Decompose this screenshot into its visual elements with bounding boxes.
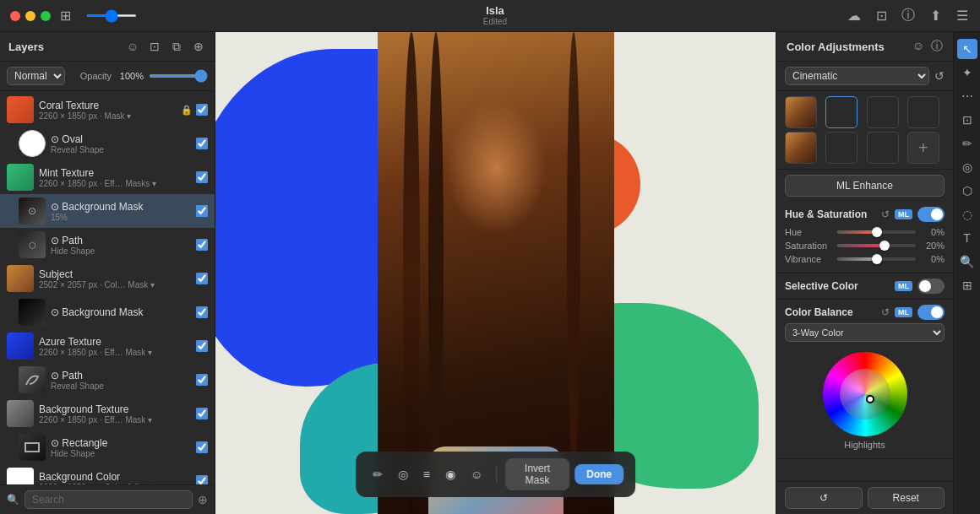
hue-sat-toggle[interactable] bbox=[917, 207, 945, 222]
panel-icon[interactable]: ☰ bbox=[955, 8, 970, 24]
emoji-tool-btn[interactable]: ☺ bbox=[466, 464, 487, 484]
share-icon[interactable]: ☁ bbox=[847, 8, 862, 24]
grid-icon[interactable]: ⊡ bbox=[147, 39, 162, 54]
colorbal-mode-select[interactable]: 3-Way Color bbox=[785, 323, 945, 342]
opacity-slider[interactable] bbox=[149, 74, 208, 78]
layer-controls: Normal Opacity 100% bbox=[0, 62, 215, 91]
visibility-bgmask1[interactable] bbox=[196, 205, 208, 217]
crop-icon[interactable]: ⊡ bbox=[874, 8, 889, 24]
preset-thumb-4[interactable] bbox=[907, 96, 939, 128]
colorbal-toggle[interactable] bbox=[917, 305, 945, 320]
layer-bg-texture[interactable]: Background Texture 2260 × 1850 px · Eff…… bbox=[0, 397, 215, 430]
vib-slider-thumb[interactable] bbox=[872, 254, 882, 264]
visibility-path2[interactable] bbox=[196, 374, 208, 386]
visibility-mint[interactable] bbox=[196, 171, 208, 183]
canvas-area: ✏ ◎ ≡ ◉ ☺ Invert Mask Done bbox=[215, 32, 776, 514]
preset-thumb-5[interactable] bbox=[785, 132, 817, 164]
brush-tool-btn[interactable]: ≡ bbox=[418, 464, 435, 484]
info-icon[interactable]: ⓘ bbox=[901, 8, 916, 24]
color-wheel-dot[interactable] bbox=[866, 395, 874, 403]
vib-slider-track[interactable] bbox=[837, 257, 916, 261]
clone-tool-btn[interactable]: ⬡ bbox=[957, 181, 977, 201]
visibility-bgtex[interactable] bbox=[196, 408, 208, 419]
layer-subject[interactable]: Subject 2502 × 2057 px · Col… Mask ▾ bbox=[0, 262, 215, 295]
maximize-button[interactable] bbox=[41, 11, 51, 21]
visibility-rect[interactable] bbox=[196, 441, 208, 453]
layer-background-mask-2[interactable]: ⊙ Background Mask bbox=[0, 295, 215, 329]
visibility-oval[interactable] bbox=[196, 138, 208, 149]
layers-icon[interactable]: ⧉ bbox=[169, 39, 184, 54]
close-button[interactable] bbox=[10, 11, 20, 21]
hue-slider-thumb[interactable] bbox=[872, 227, 882, 237]
search-input[interactable] bbox=[24, 490, 193, 509]
sidebar-toggle-icon[interactable]: ⊞ bbox=[57, 8, 73, 24]
visibility-subject[interactable] bbox=[196, 273, 208, 284]
add-search-icon[interactable]: ⊕ bbox=[198, 493, 208, 506]
layer-bg-color[interactable]: Background Color 2260 × 1850 px · Color … bbox=[0, 464, 215, 484]
crop-tool-btn[interactable]: ⊡ bbox=[957, 110, 977, 130]
sat-slider-track[interactable] bbox=[837, 244, 916, 247]
layers-header: Layers ☺ ⊡ ⧉ ⊕ bbox=[0, 32, 215, 62]
select-tool-btn[interactable]: ↖ bbox=[957, 39, 977, 59]
done-button[interactable]: Done bbox=[574, 464, 623, 484]
layer-icons-oval bbox=[196, 138, 208, 149]
preset-thumb-3[interactable] bbox=[867, 96, 899, 128]
preset-thumb-1[interactable] bbox=[785, 96, 817, 128]
hue-slider-track[interactable] bbox=[837, 230, 916, 234]
ellipsis-tool-btn[interactable]: ⋯ bbox=[957, 86, 977, 106]
add-preset-button[interactable]: + bbox=[907, 132, 939, 164]
blend-mode-select[interactable]: Normal bbox=[7, 67, 65, 85]
stamp-tool-btn[interactable]: ◉ bbox=[440, 464, 460, 484]
color-adjustments-panel: Color Adjustments ☺ ⓘ Cinematic ↺ + ML E bbox=[776, 32, 953, 514]
layer-path-1[interactable]: ⬡ ⊙ Path Hide Shape bbox=[0, 228, 215, 262]
colorbal-ml-badge: ML bbox=[895, 307, 912, 317]
export-icon[interactable]: ⬆ bbox=[928, 8, 943, 24]
smiley-panel-icon[interactable]: ☺ bbox=[912, 39, 924, 54]
layer-oval[interactable]: ⊙ Oval Reveal Shape bbox=[0, 127, 215, 160]
visibility-bgmask2[interactable] bbox=[196, 306, 208, 318]
visibility-coral[interactable] bbox=[196, 104, 208, 116]
text-tool-btn[interactable]: T bbox=[957, 228, 977, 248]
sat-slider-thumb[interactable] bbox=[879, 241, 890, 251]
transform-tool-btn[interactable]: ⊞ bbox=[957, 275, 977, 295]
hue-sat-reset-icon[interactable]: ↺ bbox=[881, 208, 890, 220]
heal-tool-btn[interactable]: ◎ bbox=[957, 157, 977, 177]
colorbal-reset-icon[interactable]: ↺ bbox=[881, 306, 890, 318]
layer-icons-bgtex bbox=[196, 408, 208, 419]
color-wheel[interactable] bbox=[823, 352, 907, 436]
layer-rectangle[interactable]: ⊙ Rectangle Hide Shape bbox=[0, 430, 215, 464]
layer-azure-texture[interactable]: Azure Texture 2260 × 1850 px · Eff… Mask… bbox=[0, 329, 215, 363]
visibility-azure[interactable] bbox=[196, 340, 208, 352]
brush-right-tool-btn[interactable]: ✏ bbox=[957, 133, 977, 154]
magic-wand-tool-btn[interactable]: ✦ bbox=[957, 62, 977, 83]
minimize-button[interactable] bbox=[25, 11, 35, 21]
layer-coral-texture[interactable]: Coral Texture 2260 × 1850 px · Mask ▾ 🔒 bbox=[0, 93, 215, 127]
smiley-icon[interactable]: ☺ bbox=[125, 39, 140, 54]
color-adj-reset-icon-btn[interactable]: ↺ bbox=[785, 487, 863, 509]
color-adj-reset-button[interactable]: Reset bbox=[868, 487, 945, 509]
info-panel-icon[interactable]: ⓘ bbox=[931, 39, 943, 54]
sat-value: 20% bbox=[921, 241, 945, 251]
pencil-tool-btn[interactable]: ✏ bbox=[368, 464, 388, 484]
invert-mask-button[interactable]: Invert Mask bbox=[505, 458, 569, 490]
layer-background-mask-1[interactable]: ⊙ ⊙ Background Mask 15% bbox=[0, 194, 215, 228]
visibility-path1[interactable] bbox=[196, 239, 208, 251]
layer-mint-texture[interactable]: Mint Texture 2260 × 1850 px · Eff… Masks… bbox=[0, 160, 215, 194]
ml-enhance-button[interactable]: ML Enhance bbox=[785, 175, 945, 197]
layer-name-coral: Coral Texture bbox=[39, 100, 176, 111]
smudge-tool-btn[interactable]: ◌ bbox=[957, 204, 977, 225]
add-layer-icon[interactable]: ⊕ bbox=[191, 39, 206, 54]
lock-icon-coral[interactable]: 🔒 bbox=[181, 105, 193, 116]
selective-color-toggle[interactable] bbox=[917, 279, 945, 294]
preset-thumb-2[interactable] bbox=[825, 96, 858, 128]
zoom-slider[interactable] bbox=[86, 14, 137, 17]
preset-select[interactable]: Cinematic bbox=[785, 67, 929, 85]
preset-thumb-7[interactable] bbox=[867, 132, 899, 164]
zoom-tool-btn[interactable]: 🔍 bbox=[957, 252, 977, 272]
layer-icons-bgmask2 bbox=[196, 306, 208, 318]
preset-options-icon[interactable]: ↺ bbox=[934, 69, 945, 83]
layer-path-2[interactable]: ⊙ Path Reveal Shape bbox=[0, 363, 215, 397]
preset-thumb-6[interactable] bbox=[825, 132, 858, 164]
visibility-bgcol[interactable] bbox=[196, 475, 208, 484]
lasso-tool-btn[interactable]: ◎ bbox=[393, 464, 413, 484]
